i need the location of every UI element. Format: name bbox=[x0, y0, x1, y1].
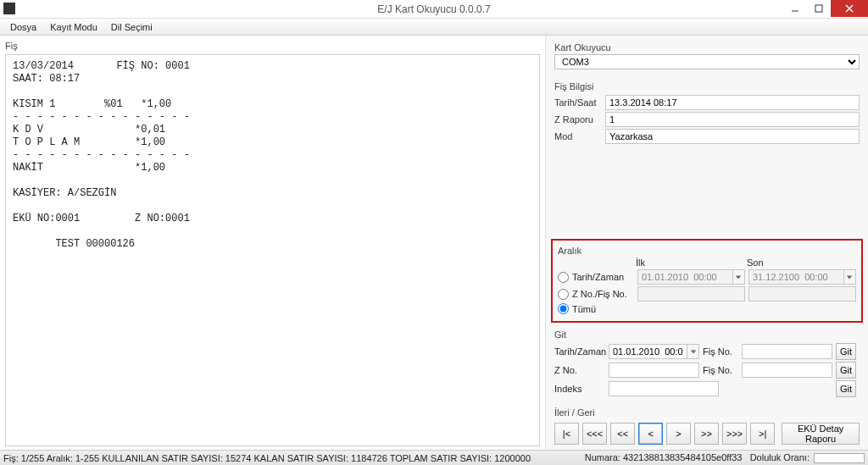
git-zno-field[interactable] bbox=[609, 363, 699, 378]
nav-fwd1-button[interactable]: > bbox=[666, 423, 691, 445]
nav-fwd2-button[interactable]: >> bbox=[694, 423, 719, 445]
nav-fwd3-button[interactable]: >>> bbox=[722, 423, 747, 445]
close-button[interactable] bbox=[831, 0, 868, 17]
detail-report-button[interactable]: EKÜ Detay Raporu bbox=[782, 423, 860, 445]
aralik-group: Aralık İlk Son Tarih/Zaman bbox=[551, 239, 863, 323]
git-zno-label: Z No. bbox=[554, 365, 605, 375]
fis-datetime-label: Tarih/Saat bbox=[554, 97, 605, 108]
aralik-radio-all-input[interactable] bbox=[558, 303, 569, 314]
git-go-button-2[interactable]: Git bbox=[836, 362, 856, 379]
git-fisno-field-1[interactable] bbox=[742, 344, 832, 359]
aralik-first-datetime bbox=[637, 269, 733, 285]
git-datetime-label: Tarih/Zaman bbox=[554, 346, 605, 357]
receipt-panel: Fiş 13/03/2014 FİŞ NO: 0001 SAAT: 08:17 … bbox=[0, 36, 546, 450]
receipt-section-title: Fiş bbox=[5, 39, 540, 53]
aralik-header-row: İlk Son bbox=[558, 257, 856, 268]
window-title: E/J Kart Okuyucu 0.0.0.7 bbox=[377, 3, 490, 15]
menu-language[interactable]: Dil Seçimi bbox=[104, 20, 159, 34]
side-panel: Kart Okuyucu COM3 Fiş Bilgisi Tarih/Saat… bbox=[546, 36, 868, 450]
main-content: Fiş 13/03/2014 FİŞ NO: 0001 SAAT: 08:17 … bbox=[0, 36, 868, 450]
status-right: Numara: 432138813835484105e0ff33 Doluluk… bbox=[585, 452, 865, 463]
aralik-header-last: Son bbox=[745, 257, 856, 268]
git-datetime-field[interactable] bbox=[609, 344, 687, 359]
status-number: 432138813835484105e0ff33 bbox=[623, 452, 743, 462]
menu-record-mode[interactable]: Kayıt Modu bbox=[43, 20, 104, 34]
git-fisno-label-1: Fiş No. bbox=[703, 346, 738, 357]
status-fill-label: Doluluk Oranı: bbox=[750, 452, 810, 462]
reader-port-select[interactable]: COM3 bbox=[554, 54, 860, 69]
aralik-radio-datetime[interactable]: Tarih/Zaman bbox=[558, 272, 634, 283]
maximize-button[interactable] bbox=[807, 0, 831, 17]
nav-title: İleri / Geri bbox=[554, 406, 860, 419]
nav-first-button[interactable]: |< bbox=[554, 423, 579, 445]
status-fill-bar bbox=[814, 453, 865, 463]
aralik-radio-all[interactable]: Tümü bbox=[558, 303, 634, 314]
git-datetime-dropdown-icon[interactable] bbox=[687, 344, 699, 359]
aralik-zfis-last bbox=[748, 286, 856, 302]
window-controls bbox=[783, 0, 868, 17]
nav-back1-button[interactable]: < bbox=[638, 423, 663, 445]
status-number-label: Numara: bbox=[585, 452, 620, 462]
receipt-text: 13/03/2014 FİŞ NO: 0001 SAAT: 08:17 KISI… bbox=[5, 54, 540, 446]
git-group: Git Tarih/Zaman Fiş No. Git Z No. Fiş No… bbox=[551, 326, 863, 401]
fis-mode-label: Mod bbox=[554, 131, 605, 141]
git-go-button-1[interactable]: Git bbox=[836, 343, 856, 360]
status-bar: Fiş: 1/255 Aralık: 1-255 KULLANILAN SATI… bbox=[0, 450, 868, 465]
aralik-first-dt-dropdown-icon[interactable] bbox=[733, 269, 745, 285]
fis-bilgisi-group: Fiş Bilgisi Tarih/Saat Z Raporu Mod bbox=[551, 78, 863, 151]
git-fisno-field-2[interactable] bbox=[742, 363, 832, 378]
menubar: Dosya Kayıt Modu Dil Seçimi bbox=[0, 19, 868, 36]
fis-mode-field[interactable] bbox=[605, 129, 860, 144]
nav-back2-button[interactable]: << bbox=[610, 423, 635, 445]
git-go-button-3[interactable]: Git bbox=[836, 380, 856, 397]
aralik-radio-zfis[interactable]: Z No./Fiş No. bbox=[558, 289, 634, 300]
git-title: Git bbox=[554, 328, 860, 341]
svg-rect-1 bbox=[815, 5, 822, 12]
svg-marker-6 bbox=[690, 350, 695, 353]
svg-marker-5 bbox=[847, 275, 852, 279]
fis-bilgisi-title: Fiş Bilgisi bbox=[554, 80, 860, 93]
git-indeks-field[interactable] bbox=[609, 381, 719, 396]
aralik-radio-zfis-input[interactable] bbox=[558, 289, 569, 300]
minimize-button[interactable] bbox=[783, 0, 807, 17]
status-left: Fiş: 1/255 Aralık: 1-255 KULLANILAN SATI… bbox=[3, 453, 585, 463]
aralik-radio-datetime-input[interactable] bbox=[558, 272, 569, 283]
reader-group-title: Kart Okuyucu bbox=[554, 41, 860, 54]
fis-datetime-field[interactable] bbox=[605, 95, 860, 110]
nav-back3-button[interactable]: <<< bbox=[582, 423, 607, 445]
app-icon bbox=[3, 3, 15, 14]
aralik-title: Aralık bbox=[558, 244, 856, 257]
git-fisno-label-2: Fiş No. bbox=[703, 365, 738, 375]
fis-zreport-label: Z Raporu bbox=[554, 114, 605, 125]
menu-file[interactable]: Dosya bbox=[3, 20, 43, 34]
aralik-header-first: İlk bbox=[634, 257, 745, 268]
git-indeks-label: Indeks bbox=[554, 384, 605, 394]
fis-zreport-field[interactable] bbox=[605, 112, 860, 127]
svg-marker-4 bbox=[736, 275, 741, 279]
nav-group: İleri / Geri |< <<< << < > >> >>> >| EKÜ… bbox=[551, 404, 863, 446]
aralik-last-datetime bbox=[748, 269, 844, 285]
reader-group: Kart Okuyucu COM3 bbox=[551, 39, 863, 75]
aralik-zfis-first bbox=[637, 286, 745, 302]
nav-last-button[interactable]: >| bbox=[750, 423, 775, 445]
titlebar: E/J Kart Okuyucu 0.0.0.7 bbox=[0, 0, 868, 19]
aralik-last-dt-dropdown-icon[interactable] bbox=[844, 269, 856, 285]
